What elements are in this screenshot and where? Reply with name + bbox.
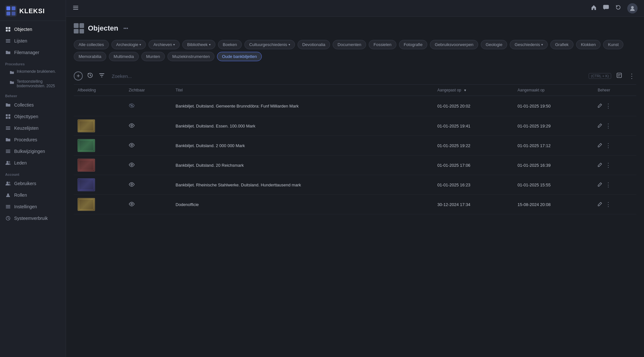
export-icon[interactable]	[615, 71, 623, 81]
folder-icon-collecties	[5, 102, 11, 108]
cell-beheer-6: ⋮	[594, 195, 636, 214]
chip-alle-label: Alle collecties	[79, 42, 104, 47]
cell-zichtbaar-6[interactable]	[125, 195, 172, 214]
hamburger-icon[interactable]	[72, 5, 79, 12]
filter-chips-container: Alle collecties Archeologie ▾ Archieven …	[74, 40, 636, 61]
list-icon-instellingen	[5, 204, 11, 210]
more-icon-1[interactable]: ⋮	[605, 102, 611, 109]
chip-kunst[interactable]: Kunst	[603, 40, 623, 49]
sidebar-item-gebruikers[interactable]: Gebruikers	[0, 178, 66, 189]
page-header-grid-icon	[74, 23, 84, 33]
cell-zichtbaar-2[interactable]	[125, 116, 172, 136]
sidebar-item-filemanager[interactable]: Filemanager	[0, 47, 66, 58]
edit-icon-6[interactable]	[598, 202, 602, 207]
sidebar-item-leden[interactable]: Leden	[0, 157, 66, 169]
chip-alle[interactable]: Alle collecties	[74, 40, 109, 49]
chip-boeken[interactable]: Boeken	[218, 40, 242, 49]
chip-fotografie[interactable]: Fotografie	[399, 40, 428, 49]
cell-zichtbaar-4[interactable]	[125, 155, 172, 175]
chip-archieven[interactable]: Archieven ▾	[148, 40, 180, 49]
chip-muziekinstrumenten[interactable]: Muziekinstrumenten	[167, 52, 214, 61]
chip-fossielen[interactable]: Fossielen	[369, 40, 396, 49]
cell-zichtbaar-3[interactable]	[125, 136, 172, 155]
logo-area[interactable]: KLEKSI	[0, 0, 66, 21]
more-icon-2[interactable]: ⋮	[605, 122, 611, 129]
home-icon[interactable]	[591, 4, 597, 12]
sidebar-item-rollen[interactable]: Rollen	[0, 189, 66, 201]
chip-boeken-label: Boeken	[223, 42, 237, 47]
chip-geologie[interactable]: Geologie	[481, 40, 507, 49]
chip-devotionalia[interactable]: Devotionalia	[298, 40, 330, 49]
users-icon-rollen	[5, 192, 11, 198]
sidebar-item-objecten[interactable]: Objecten	[0, 23, 66, 35]
eye-hidden-icon-1	[129, 103, 135, 109]
chip-archeologie[interactable]: Archeologie ▾	[111, 40, 146, 49]
more-icon-6[interactable]: ⋮	[605, 201, 611, 208]
sidebar-item-keuzelijsten-label: Keuzelijsten	[14, 126, 39, 131]
edit-icon-3[interactable]	[598, 143, 602, 148]
edit-icon-2[interactable]	[598, 123, 602, 129]
edit-icon-5[interactable]	[598, 182, 602, 188]
col-aangepast-op[interactable]: Aangepast op ▼	[433, 85, 514, 96]
cell-zichtbaar-5[interactable]	[125, 175, 172, 195]
search-input[interactable]	[109, 72, 585, 80]
svg-rect-19	[6, 150, 10, 150]
more-icon-3[interactable]: ⋮	[605, 142, 611, 149]
sidebar-item-keuzelijsten[interactable]: Keuzelijsten	[0, 122, 66, 134]
sidebar-item-collecties[interactable]: Collecties	[0, 99, 66, 111]
sidebar-item-bulkwijzigingen[interactable]: Bulkwijzigingen	[0, 146, 66, 157]
sidebar-item-procedures[interactable]: Procedures	[0, 134, 66, 146]
sort-desc-icon: ▼	[464, 89, 467, 92]
chip-documenten[interactable]: Documenten	[333, 40, 366, 49]
chip-multimedia[interactable]: Multimedia	[109, 52, 139, 61]
chip-grafiek[interactable]: Grafiek	[550, 40, 573, 49]
sidebar-procedure-inkomende[interactable]: Inkomende bruiklenen.	[0, 67, 66, 77]
chip-munten[interactable]: Munten	[141, 52, 165, 61]
sidebar-procedure-tentoonstelling[interactable]: Tentoonstelling bodemvondsten. 2025	[0, 77, 66, 90]
refresh-icon[interactable]	[615, 4, 621, 12]
sidebar-item-objecttypen[interactable]: Objecttypen	[0, 111, 66, 122]
more-icon-5[interactable]: ⋮	[605, 181, 611, 188]
more-options-icon[interactable]: ⋮	[627, 71, 636, 81]
table-row: Dodenofficie 30-12-2024 17:34 15-08-2024…	[74, 195, 636, 214]
svg-rect-5	[6, 27, 8, 29]
history-icon[interactable]	[86, 71, 94, 81]
chip-oude-bankbiljetten[interactable]: Oude bankbiljetten	[217, 52, 261, 61]
chip-memorabilia[interactable]: Memorabilia	[74, 52, 106, 61]
cell-aangemaakt-6: 15-08-2024 20:08	[514, 195, 594, 214]
user-avatar[interactable]	[627, 3, 638, 14]
messages-icon[interactable]	[603, 4, 609, 12]
chip-bibliotheek[interactable]: Bibliotheek ▾	[182, 40, 215, 49]
cell-aangemaakt-2: 01-01-2025 19:29	[514, 116, 594, 136]
svg-rect-13	[8, 114, 10, 116]
svg-rect-35	[604, 6, 606, 7]
sidebar-item-objecten-label: Objecten	[14, 27, 32, 32]
chip-geschiedenis[interactable]: Geschiedenis ▾	[510, 40, 548, 49]
chip-cultuurgeschiedenis[interactable]: Cultuurgeschiedenis ▾	[244, 40, 295, 49]
edit-icon-4[interactable]	[598, 163, 602, 168]
svg-point-22	[6, 161, 8, 163]
add-object-button[interactable]: +	[74, 71, 83, 80]
sidebar-item-instellingen[interactable]: Instellingen	[0, 201, 66, 212]
cell-aangemaakt-3: 01-01-2025 17:12	[514, 136, 594, 155]
cell-titel-1: Bankbiljet. Duitsland. Gemeente Brunndöb…	[172, 96, 433, 116]
more-icon-4[interactable]: ⋮	[605, 162, 611, 169]
svg-rect-9	[6, 39, 10, 40]
chip-gebruiksvoorwerpen[interactable]: Gebruiksvoorwerpen	[430, 40, 478, 49]
sidebar-item-lijsten[interactable]: Lijsten	[0, 35, 66, 47]
edit-icon-1[interactable]	[598, 103, 602, 109]
col-zichtbaar: Zichtbaar	[125, 85, 172, 96]
chip-munten-label: Munten	[146, 54, 160, 59]
cell-aangepast-1: 01-01-2025 20:02	[433, 96, 514, 116]
cell-afbeelding-4	[74, 155, 125, 175]
svg-rect-2	[12, 6, 15, 10]
chip-klokken[interactable]: Klokken	[576, 40, 601, 49]
eye-visible-icon-6	[129, 202, 135, 207]
page-options-icon[interactable]: •••	[123, 26, 128, 31]
thumb-4	[78, 159, 95, 172]
cell-zichtbaar-1[interactable]	[125, 96, 172, 116]
sidebar-item-systeemverbruik[interactable]: Systeemverbruik	[0, 212, 66, 224]
chip-geologie-label: Geologie	[486, 42, 502, 47]
filter-icon[interactable]	[98, 71, 106, 81]
cell-aangemaakt-1: 01-01-2025 19:50	[514, 96, 594, 116]
